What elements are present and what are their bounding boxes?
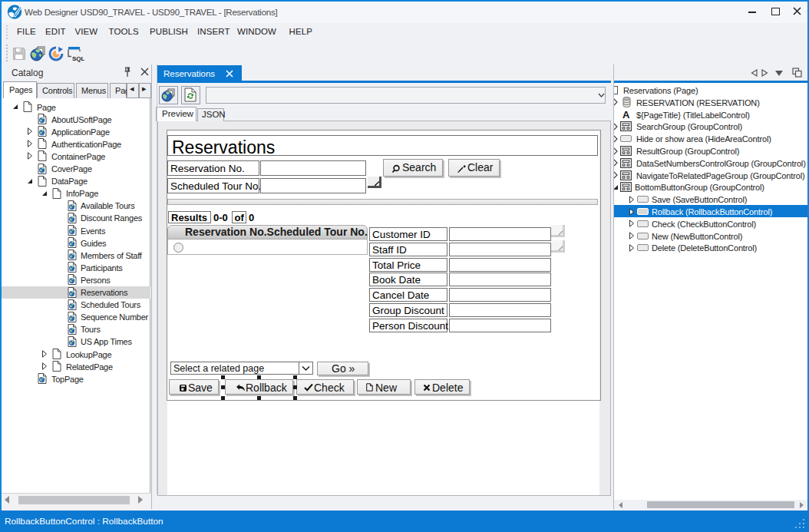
svg-text:SQL: SQL (72, 55, 84, 62)
